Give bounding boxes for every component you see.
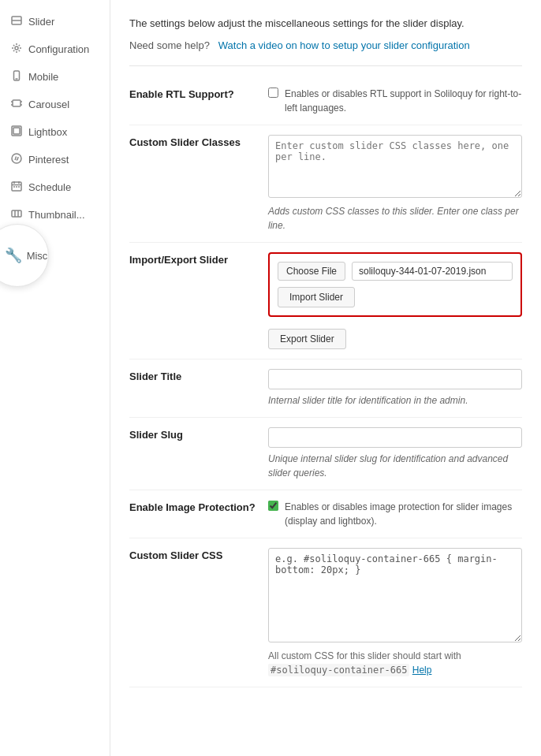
setting-image-protection: Enable Image Protection? Enables or disa… xyxy=(129,490,522,538)
sidebar-item-mobile[interactable]: Mobile xyxy=(0,63,110,91)
schedule-icon xyxy=(11,181,22,194)
help-line: Need some help? Watch a video on how to … xyxy=(129,39,522,51)
image-protection-checkbox[interactable] xyxy=(268,501,278,511)
setting-slider-slug: Slider Slug Unique internal slider slug … xyxy=(129,418,522,490)
setting-import-export: Import/Export Slider Choose File soliloq… xyxy=(129,243,522,359)
custom-classes-desc: Adds custom CSS classes to this slider. … xyxy=(268,204,522,233)
sidebar-item-slider[interactable]: Slider xyxy=(0,8,110,35)
slider-slug-content: Unique internal slider slug for identifi… xyxy=(268,427,522,480)
divider-top xyxy=(129,65,522,66)
main-content: The settings below adjust the miscellane… xyxy=(110,0,541,756)
slider-title-input[interactable] xyxy=(268,369,522,389)
thumbnail-icon xyxy=(11,208,22,222)
lightbox-icon xyxy=(11,125,22,139)
rtl-label: Enable RTL Support? xyxy=(129,87,256,100)
import-export-box: Choose File soliloquy-344-01-07-2019.jso… xyxy=(268,252,522,317)
image-protection-label: Enable Image Protection? xyxy=(129,500,256,513)
help-prefix: Need some help? xyxy=(129,39,210,51)
misc-wrench-icon: 🔧 xyxy=(5,247,22,264)
svg-rect-5 xyxy=(13,100,21,106)
sidebar-item-pinterest[interactable]: Pinterest xyxy=(0,146,110,173)
slider-title-label: Slider Title xyxy=(129,369,256,382)
misc-highlight-circle: 🔧 Misc xyxy=(0,224,49,287)
custom-css-label: Custom Slider CSS xyxy=(129,548,256,561)
sidebar-item-schedule[interactable]: Schedule xyxy=(0,173,110,201)
sidebar: Slider Configuration Mobile xyxy=(0,0,110,756)
rtl-checkbox-desc: Enables or disables RTL support in Solil… xyxy=(285,87,522,115)
export-slider-button[interactable]: Export Slider xyxy=(268,329,346,349)
sidebar-label-slider: Slider xyxy=(28,16,54,28)
css-code-ref: #soliloquy-container-665 xyxy=(268,664,409,676)
sidebar-label-schedule: Schedule xyxy=(28,181,71,193)
pinterest-icon xyxy=(11,153,22,166)
slider-icon xyxy=(11,15,22,28)
slider-slug-input[interactable] xyxy=(268,427,522,448)
sidebar-label-configuration: Configuration xyxy=(28,43,89,55)
svg-point-2 xyxy=(15,47,18,50)
sidebar-item-configuration[interactable]: Configuration xyxy=(0,35,110,63)
custom-classes-content: Adds custom CSS classes to this slider. … xyxy=(268,135,522,233)
sidebar-label-mobile: Mobile xyxy=(28,71,58,83)
setting-custom-css: Custom Slider CSS e.g. #soliloquy-contai… xyxy=(129,538,522,687)
sidebar-label-pinterest: Pinterest xyxy=(28,154,69,166)
slider-slug-label: Slider Slug xyxy=(129,427,256,441)
custom-classes-textarea[interactable] xyxy=(268,135,522,198)
svg-point-12 xyxy=(12,154,21,163)
image-protection-content: Enables or disables image protection for… xyxy=(268,500,522,528)
css-help-link[interactable]: Help xyxy=(412,665,432,676)
import-export-label: Import/Export Slider xyxy=(129,252,256,266)
slider-title-content: Internal slider title for identification… xyxy=(268,369,522,408)
sidebar-item-lightbox[interactable]: Lightbox xyxy=(0,118,110,146)
sidebar-label-thumbnail: Thumbnail... xyxy=(28,209,85,221)
help-link[interactable]: Watch a video on how to setup your slide… xyxy=(218,39,470,51)
carousel-icon xyxy=(11,98,22,111)
custom-css-textarea[interactable]: e.g. #soliloquy-container-665 { margin-b… xyxy=(268,548,522,642)
svg-rect-11 xyxy=(13,128,20,134)
configuration-icon xyxy=(11,43,22,56)
misc-circle-text: Misc xyxy=(27,250,48,262)
rtl-content: Enables or disables RTL support in Solil… xyxy=(268,87,522,115)
custom-classes-label: Custom Slider Classes xyxy=(129,135,256,148)
setting-slider-title: Slider Title Internal slider title for i… xyxy=(129,359,522,418)
custom-css-content: e.g. #soliloquy-container-665 { margin-b… xyxy=(268,548,522,677)
slider-slug-desc: Unique internal slider slug for identifi… xyxy=(268,452,522,480)
mobile-icon xyxy=(11,70,22,84)
sidebar-item-carousel[interactable]: Carousel xyxy=(0,91,110,118)
svg-rect-20 xyxy=(12,210,21,217)
sidebar-label-lightbox: Lightbox xyxy=(28,126,67,138)
setting-custom-classes: Custom Slider Classes Adds custom CSS cl… xyxy=(129,125,522,243)
file-input-row: Choose File soliloquy-344-01-07-2019.jso… xyxy=(278,262,513,281)
image-protection-desc: Enables or disables image protection for… xyxy=(285,500,522,528)
import-export-content: Choose File soliloquy-344-01-07-2019.jso… xyxy=(268,252,522,349)
choose-file-button[interactable]: Choose File xyxy=(278,262,345,281)
import-slider-button[interactable]: Import Slider xyxy=(278,287,355,307)
sidebar-label-carousel: Carousel xyxy=(28,99,69,110)
custom-css-desc: All custom CSS for this slider should st… xyxy=(268,649,522,677)
setting-rtl: Enable RTL Support? Enables or disables … xyxy=(129,77,522,125)
page-description: The settings below adjust the miscellane… xyxy=(129,16,522,32)
file-name-display: soliloquy-344-01-07-2019.json xyxy=(352,262,513,281)
slider-title-desc: Internal slider title for identification… xyxy=(268,393,522,408)
rtl-checkbox[interactable] xyxy=(268,88,278,98)
